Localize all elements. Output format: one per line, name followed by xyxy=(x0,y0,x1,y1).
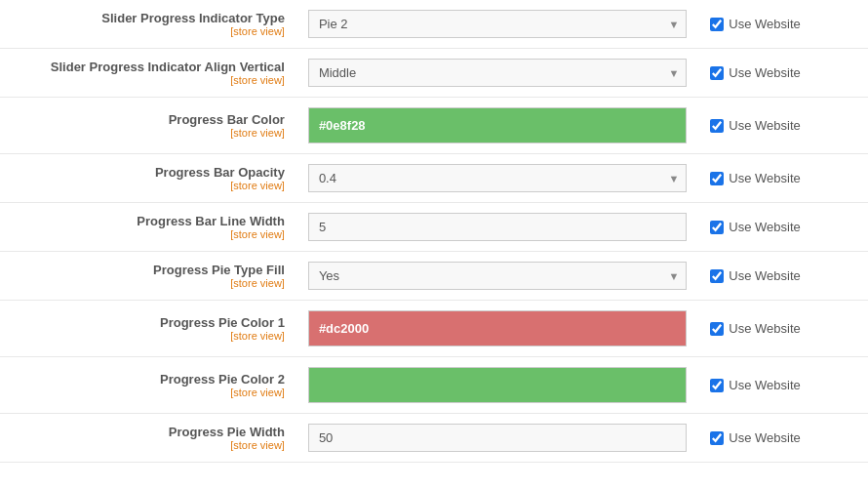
control-cell-progress-pie-type-fill: YesNo▼ xyxy=(296,252,698,301)
settings-row: Slider Progress Indicator Align Vertical… xyxy=(0,49,868,98)
use-website-checkbox-progress-bar-opacity[interactable] xyxy=(710,172,724,185)
settings-row: Progress Pie Type Fill [store view] YesN… xyxy=(0,252,868,301)
use-website-text-progress-bar-line-width: Use Website xyxy=(729,220,800,234)
field-label-slider-progress-indicator-type: Slider Progress Indicator Type xyxy=(12,11,285,25)
action-cell-progress-bar-color: Use Website xyxy=(698,98,868,154)
field-label-progress-pie-type-fill: Progress Pie Type Fill xyxy=(12,263,285,277)
use-website-checkbox-slider-progress-indicator-type[interactable] xyxy=(710,18,724,31)
color-input-progress-pie-color-1[interactable] xyxy=(308,310,687,346)
store-view-progress-pie-type-fill: [store view] xyxy=(12,277,285,289)
use-website-label-progress-bar-opacity[interactable]: Use Website xyxy=(710,171,856,185)
control-cell-progress-bar-color xyxy=(296,98,698,154)
store-view-slider-progress-indicator-align-vertical: [store view] xyxy=(12,74,285,86)
field-label-progress-bar-opacity: Progress Bar Opacity xyxy=(12,165,285,180)
select-wrapper-progress-bar-opacity: 0.40.10.20.30.50.60.70.80.91.0▼ xyxy=(308,164,687,192)
use-website-label-progress-pie-type-fill[interactable]: Use Website xyxy=(710,268,856,283)
select-progress-bar-opacity[interactable]: 0.40.10.20.30.50.60.70.80.91.0 xyxy=(308,164,687,192)
action-cell-progress-pie-width: Use Website xyxy=(698,414,868,463)
action-cell-progress-bar-line-width: Use Website xyxy=(698,203,868,252)
control-cell-progress-bar-line-width xyxy=(296,203,698,252)
control-cell-progress-pie-color-2 xyxy=(296,357,698,414)
use-website-text-progress-pie-width: Use Website xyxy=(729,430,800,445)
text-input-progress-pie-width[interactable] xyxy=(308,424,687,452)
settings-row: Slider Progress Indicator Type [store vi… xyxy=(0,0,868,49)
use-website-label-progress-pie-width[interactable]: Use Website xyxy=(710,430,856,445)
use-website-text-progress-bar-color: Use Website xyxy=(729,118,800,133)
select-slider-progress-indicator-align-vertical[interactable]: MiddleTopBottom xyxy=(308,59,687,87)
use-website-checkbox-slider-progress-indicator-align-vertical[interactable] xyxy=(710,66,724,80)
field-label-progress-pie-width: Progress Pie Width xyxy=(12,425,285,439)
label-cell-slider-progress-indicator-type: Slider Progress Indicator Type [store vi… xyxy=(0,0,296,49)
store-view-slider-progress-indicator-type: [store view] xyxy=(12,25,285,37)
use-website-checkbox-progress-pie-type-fill[interactable] xyxy=(710,269,724,283)
select-slider-progress-indicator-type[interactable]: Pie 2Pie 1BarNone xyxy=(308,10,687,38)
store-view-progress-pie-color-1: [store view] xyxy=(12,330,285,342)
action-cell-progress-bar-opacity: Use Website xyxy=(698,154,868,203)
color-input-progress-bar-color[interactable] xyxy=(308,107,687,143)
text-input-progress-bar-line-width[interactable] xyxy=(308,213,687,241)
store-view-progress-bar-opacity: [store view] xyxy=(12,180,285,191)
settings-row: Progress Pie Color 1 [store view] Use We… xyxy=(0,301,868,357)
use-website-text-progress-pie-type-fill: Use Website xyxy=(729,268,800,283)
use-website-label-progress-bar-color[interactable]: Use Website xyxy=(710,118,856,133)
action-cell-progress-pie-color-1: Use Website xyxy=(698,301,868,357)
store-view-progress-bar-line-width: [store view] xyxy=(12,228,285,240)
color-input-progress-pie-color-2[interactable] xyxy=(308,367,687,403)
action-cell-progress-pie-color-2: Use Website xyxy=(698,357,868,414)
store-view-progress-pie-width: [store view] xyxy=(12,439,285,451)
settings-table: Slider Progress Indicator Type [store vi… xyxy=(0,0,868,463)
control-cell-slider-progress-indicator-align-vertical: MiddleTopBottom▼ xyxy=(296,49,698,98)
use-website-text-progress-pie-color-2: Use Website xyxy=(729,378,800,392)
label-cell-progress-pie-type-fill: Progress Pie Type Fill [store view] xyxy=(0,252,296,301)
select-progress-pie-type-fill[interactable]: YesNo xyxy=(308,262,687,290)
use-website-label-progress-pie-color-1[interactable]: Use Website xyxy=(710,321,856,336)
action-cell-slider-progress-indicator-type: Use Website xyxy=(698,0,868,49)
field-label-slider-progress-indicator-align-vertical: Slider Progress Indicator Align Vertical xyxy=(12,60,285,74)
field-label-progress-pie-color-1: Progress Pie Color 1 xyxy=(12,315,285,330)
select-wrapper-slider-progress-indicator-type: Pie 2Pie 1BarNone▼ xyxy=(308,10,687,38)
label-cell-progress-pie-color-1: Progress Pie Color 1 [store view] xyxy=(0,301,296,357)
settings-row: Progress Bar Line Width [store view] Use… xyxy=(0,203,868,252)
settings-row: Progress Pie Color 2 [store view] Use We… xyxy=(0,357,868,414)
store-view-progress-pie-color-2: [store view] xyxy=(12,387,285,398)
use-website-label-slider-progress-indicator-align-vertical[interactable]: Use Website xyxy=(710,65,856,80)
use-website-checkbox-progress-pie-color-1[interactable] xyxy=(710,322,724,336)
control-cell-slider-progress-indicator-type: Pie 2Pie 1BarNone▼ xyxy=(296,0,698,49)
label-cell-progress-bar-line-width: Progress Bar Line Width [store view] xyxy=(0,203,296,252)
field-label-progress-bar-line-width: Progress Bar Line Width xyxy=(12,214,285,228)
settings-row: Progress Bar Opacity [store view] 0.40.1… xyxy=(0,154,868,203)
select-wrapper-progress-pie-type-fill: YesNo▼ xyxy=(308,262,687,290)
use-website-text-progress-bar-opacity: Use Website xyxy=(729,171,800,185)
use-website-checkbox-progress-pie-color-2[interactable] xyxy=(710,379,724,392)
use-website-text-progress-pie-color-1: Use Website xyxy=(729,321,800,336)
field-label-progress-bar-color: Progress Bar Color xyxy=(12,112,285,127)
action-cell-progress-pie-type-fill: Use Website xyxy=(698,252,868,301)
label-cell-progress-bar-opacity: Progress Bar Opacity [store view] xyxy=(0,154,296,203)
label-cell-progress-bar-color: Progress Bar Color [store view] xyxy=(0,98,296,154)
label-cell-progress-pie-color-2: Progress Pie Color 2 [store view] xyxy=(0,357,296,414)
control-cell-progress-pie-width xyxy=(296,414,698,463)
settings-row: Progress Bar Color [store view] Use Webs… xyxy=(0,98,868,154)
action-cell-slider-progress-indicator-align-vertical: Use Website xyxy=(698,49,868,98)
use-website-label-slider-progress-indicator-type[interactable]: Use Website xyxy=(710,17,856,31)
use-website-text-slider-progress-indicator-align-vertical: Use Website xyxy=(729,65,800,80)
label-cell-slider-progress-indicator-align-vertical: Slider Progress Indicator Align Vertical… xyxy=(0,49,296,98)
use-website-checkbox-progress-bar-color[interactable] xyxy=(710,119,724,133)
use-website-checkbox-progress-bar-line-width[interactable] xyxy=(710,221,724,234)
control-cell-progress-bar-opacity: 0.40.10.20.30.50.60.70.80.91.0▼ xyxy=(296,154,698,203)
select-wrapper-slider-progress-indicator-align-vertical: MiddleTopBottom▼ xyxy=(308,59,687,87)
store-view-progress-bar-color: [store view] xyxy=(12,127,285,139)
use-website-checkbox-progress-pie-width[interactable] xyxy=(710,431,724,445)
settings-row: Progress Pie Width [store view] Use Webs… xyxy=(0,414,868,463)
use-website-text-slider-progress-indicator-type: Use Website xyxy=(729,17,800,31)
use-website-label-progress-bar-line-width[interactable]: Use Website xyxy=(710,220,856,234)
control-cell-progress-pie-color-1 xyxy=(296,301,698,357)
label-cell-progress-pie-width: Progress Pie Width [store view] xyxy=(0,414,296,463)
field-label-progress-pie-color-2: Progress Pie Color 2 xyxy=(12,372,285,387)
use-website-label-progress-pie-color-2[interactable]: Use Website xyxy=(710,378,856,392)
